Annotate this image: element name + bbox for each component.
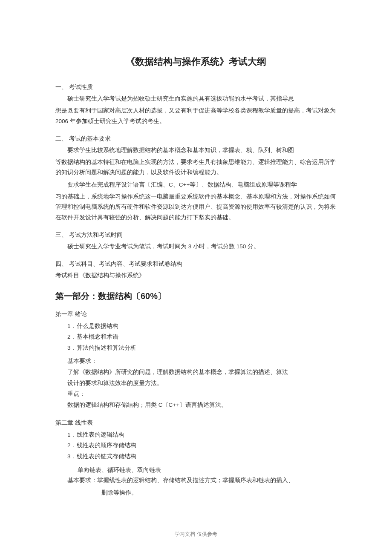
section-3: 三、 考试方法和考试时间 硕士研究生入学专业考试为笔试，考试时间为 3 小时，考… [55,231,337,252]
page-footer: 学习文档 仅供参考 [0,531,392,538]
doc-title: 《数据结构与操作系统》考试大纲 [55,55,337,68]
ch2-req-2: 删除等操作。 [55,488,337,498]
section-2-head: 二、 考试的基本要求 [55,135,337,143]
ch1-focus-label: 重点： [55,388,337,400]
ch1-focus: 数据的逻辑结构和存储结构；用类 C〔C++〕语言描述算法。 [55,400,337,411]
ch2-item-3: 3．线性表的链式存储结构 [55,451,337,462]
section-2-p3: 要求学生在完成程序设计语言〔汇编、C、C++等〕、数据结构、电脑组成原理等课程学 [55,180,337,190]
chapter-1: 第一章 绪论 1．什么是数据结构 2．基本概念和术语 3．算法的描述和算法分析 … [55,311,337,411]
section-4-head: 四、 考试科目、考试内容、考试要求和试卷结构 [55,260,337,268]
ch2-item-1: 1．线性表的逻辑结构 [55,429,337,440]
section-3-p1: 硕士研究生入学专业考试为笔试，考试时间为 3 小时，考试分数 150 分。 [55,242,337,252]
ch1-item-2: 2．基本概念和术语 [55,331,337,342]
ch1-item-3: 3．算法的描述和算法分析 [55,342,337,354]
ch2-sub: 单向链表、循环链表、双向链表 [55,465,337,476]
section-1-head: 一、 考试性质 [55,83,337,91]
part1-head: 第一部分：数据结构〔60%〕 [55,290,337,302]
section-2: 二、 考试的基本要求 要求学生比较系统地理解数据结构的基本概念和基本知识，掌握表… [55,135,337,223]
ch1-head: 第一章 绪论 [55,311,337,318]
chapter-2: 第二章 线性表 1．线性表的逻辑结构 2．线性表的顺序存储结构 3．线性表的链式… [55,419,337,498]
section-3-head: 三、 考试方法和考试时间 [55,231,337,239]
section-2-p4: 习的基础上，系统地学习操作系统这一电脑最重要系统软件的基本概念、基本原理和方法，… [55,192,337,223]
ch1-req-label: 基本要求： [55,356,337,367]
section-1-p1: 硕士研究生入学考试是为招收硕士研究生而实施的具有选拔功能的水平考试，其指导思 [55,94,337,104]
ch1-req-2: 设计的要求和算法效率的度量方法。 [55,378,337,389]
page-content: 《数据结构与操作系统》考试大纲 一、 考试性质 硕士研究生入学考试是为招收硕士研… [0,0,392,523]
section-2-p2: 等数据结构的基本特征和在电脑上实现的方法，要求考生具有抽象思维能力、逻辑推理能力… [55,157,337,178]
ch1-item-1: 1．什么是数据结构 [55,321,337,332]
ch2-head: 第二章 线性表 [55,419,337,427]
section-4: 四、 考试科目、考试内容、考试要求和试卷结构 考试科目《数据结构与操作系统》 [55,260,337,281]
ch2-req-1: 基本要求：掌握线性表的逻辑结构、存储结构及描述方式；掌握顺序表和链表的插入、 [67,475,337,486]
section-1: 一、 考试性质 硕士研究生入学考试是为招收硕士研究生而实施的具有选拔功能的水平考… [55,83,337,127]
section-2-p1: 要求学生比较系统地理解数据结构的基本概念和基本知识，掌握表、栈、队列、树和图 [55,145,337,155]
section-1-p2: 想是既要有利于国家对高层次人材的选拔，又要有利于促进高等学校各类课程教学质量的提… [55,106,337,127]
ch1-req-1: 了解《数据结构》所研究的问题，理解数据结构的基本概念，掌握算法的描述、算法 [55,367,337,378]
section-4-p1: 考试科目《数据结构与操作系统》 [55,270,337,281]
ch2-item-2: 2．线性表的顺序存储结构 [55,440,337,451]
